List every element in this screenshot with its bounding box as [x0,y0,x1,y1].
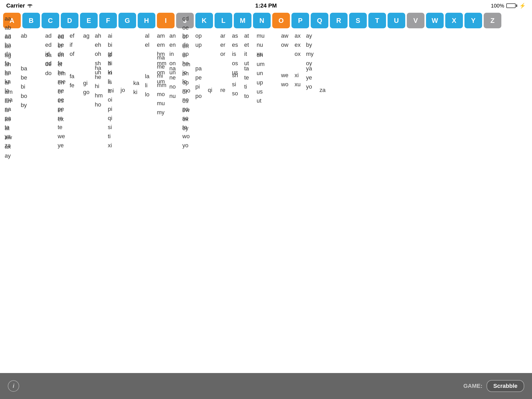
col-w-above: we wo [281,71,288,89]
col-l-above: la li lo [145,72,149,99]
game-label: GAME: [463,383,482,389]
key-U[interactable]: U [388,13,405,28]
col-r-above: re [220,85,225,95]
col-y-below: ay by my oy [306,31,314,68]
key-Y[interactable]: Y [464,13,482,28]
col-y-above: ya ye yo [306,64,312,91]
status-right: 100% ⚡ [491,3,526,9]
col-x-below: ax ex ox [295,31,301,59]
wifi-icon [27,2,33,9]
key-Z[interactable]: Z [484,13,501,28]
key-T[interactable]: T [368,13,386,28]
key-W[interactable]: W [426,13,444,28]
status-left: Carrier [6,2,33,9]
battery-icon [506,3,517,8]
key-R[interactable]: R [330,13,348,28]
col-d-below: ad ed id od [45,31,51,68]
col-g-below: ag [83,31,89,40]
col-q-above: qi [208,85,212,95]
key-K[interactable]: K [195,13,213,28]
game-section: GAME: Scrabble [463,380,524,392]
key-V[interactable]: V [407,13,424,28]
bolt-icon: ⚡ [519,3,526,9]
key-D[interactable]: D [61,13,78,28]
key-I[interactable]: I [157,13,175,28]
key-G[interactable]: G [118,13,136,28]
key-C[interactable]: C [42,13,59,28]
game-value: Scrabble [493,383,517,389]
col-t-below: at et it ut [244,31,249,68]
col-b-above: ba be bi bo by [21,64,27,110]
col-m-below: am em hm mm om um [157,31,167,86]
key-Q[interactable]: Q [311,13,328,28]
col-k-above: ka ki [133,78,139,97]
col-f-below: ef if of [70,31,74,59]
col-u-above: uh um un up us ut [257,50,265,105]
key-P[interactable]: P [291,13,309,28]
col-s-below: as es is os us [232,31,238,77]
key-L[interactable]: L [215,13,232,28]
key-X[interactable]: X [445,13,463,28]
col-o-below: bo do go ho jo lo mo no po so to wo yo [182,31,190,150]
key-F[interactable]: F [99,13,117,28]
col-l-below: al el [145,31,149,49]
key-B[interactable]: B [22,13,40,28]
svg-point-0 [29,6,30,8]
carrier-label: Carrier [6,2,25,9]
col-a-below: aa ba da fa ha ka la ma na pa ta ya za [5,31,13,150]
col-i-below: ai bi gi hi ki li mi oi pi qi si ti xi [108,31,114,150]
key-N[interactable]: N [253,13,271,28]
battery-percent: 100% [491,3,504,9]
col-p-above: pa pe pi po [195,64,202,101]
main-content: aa ab ad ae ag ah ai al am an ar as at a… [0,11,532,373]
col-p-below: op up [195,31,202,49]
keyboard-row: A B C D E F G H I J K L M N O P Q R S T … [0,11,532,30]
col-j-above: jo [121,85,125,95]
info-icon: i [13,383,14,389]
game-selector-button[interactable]: Scrabble [487,380,524,392]
col-e-below: ae be de fe he me ne oe pe re te we ye [58,31,66,150]
key-M[interactable]: M [234,13,251,28]
col-w-below: aw ow [281,31,288,49]
col-h-below: ah eh oh sh uh [95,31,101,77]
col-r-below: ar er or [220,31,225,59]
col-f-above: fa fe [70,72,74,90]
status-time: 1:24 PM [255,2,277,9]
key-E[interactable]: E [80,13,98,28]
col-t-above: ta te ti to [244,64,249,101]
col-g-above: gi go [83,78,89,97]
col-x-above: xi xu [295,71,301,89]
info-button[interactable]: i [8,380,19,392]
key-H[interactable]: H [138,13,155,28]
col-b-below: ab [21,31,27,40]
col-u-below: mu nu xu [257,31,265,59]
key-O[interactable]: O [272,13,290,28]
col-z-above: za [320,85,325,95]
col-n-below: an en in on un [169,31,176,77]
key-S[interactable]: S [349,13,367,28]
footer: i GAME: Scrabble [0,373,532,399]
status-bar: Carrier 1:24 PM 100% ⚡ [0,0,532,11]
